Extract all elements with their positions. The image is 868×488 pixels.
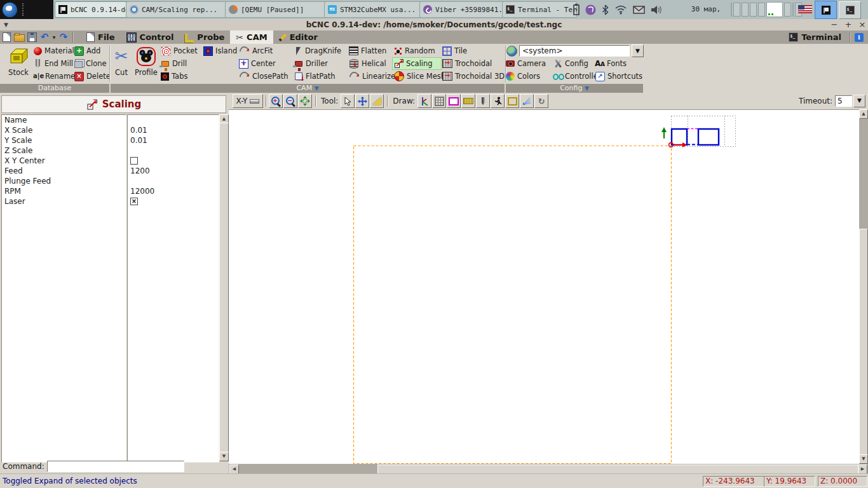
ribbon-helical-button[interactable]: Helical — [347, 57, 397, 70]
list-item[interactable]: RPM — [2, 186, 126, 196]
group-label-cam[interactable]: CAM ▼ — [111, 84, 505, 93]
select-tool-button[interactable] — [341, 94, 355, 108]
ribbon-profile-button[interactable]: Profile — [132, 45, 160, 77]
ribbon-tabs-button[interactable]: Tabs — [159, 70, 199, 83]
tab-editor[interactable]: Editor — [273, 30, 323, 44]
toggle-grid-button[interactable] — [432, 94, 446, 108]
taskbar-task-browser[interactable]: CAM/Scaling rep... — [126, 1, 230, 18]
ribbon-slicemesh-button[interactable]: Slice Mesh — [392, 70, 447, 83]
taskbar-task-stm32[interactable]: MX STM32CubeMX usa... — [324, 1, 424, 18]
toggle-workarea-button[interactable] — [505, 94, 519, 108]
ribbon-trochoidal-button[interactable]: Trochoidal — [440, 57, 506, 70]
combobox-dropdown-button[interactable]: ▼ — [632, 44, 644, 57]
ribbon-trochoidal3d-button[interactable]: Trochoidal 3D — [440, 70, 506, 83]
ribbon-pocket-button[interactable]: Pocket — [159, 44, 199, 57]
ribbon-add-button[interactable]: Add — [72, 44, 112, 57]
toggle-paths-button[interactable] — [520, 94, 534, 108]
list-item[interactable]: Feed — [2, 166, 126, 176]
timeout-input[interactable]: 5 — [835, 95, 852, 107]
wifi-icon[interactable] — [614, 5, 627, 15]
taskbar-task-qemu[interactable]: [QEMU [Paused]] — [225, 1, 329, 18]
list-item[interactable]: Plunge Feed — [2, 176, 126, 186]
battery-icon[interactable] — [573, 4, 580, 15]
pager-workspace[interactable] — [742, 3, 749, 17]
toggle-ruler-button[interactable] — [461, 94, 475, 108]
system-language-combobox[interactable]: <system> — [519, 45, 630, 57]
list-item[interactable]: Y Scale — [2, 135, 126, 146]
zoom-in-button[interactable] — [269, 94, 283, 108]
ribbon-camera-button[interactable]: Camera — [504, 57, 547, 70]
list-item[interactable]: Name — [2, 115, 126, 125]
ribbon-dragknife-button[interactable]: DragKnife — [292, 44, 342, 57]
laser-checkbox[interactable]: × — [130, 198, 138, 205]
value-cell[interactable] — [128, 146, 219, 156]
start-menu-button[interactable] — [0, 0, 53, 19]
maximize-button[interactable]: + — [843, 20, 854, 30]
ribbon-material-button[interactable]: Material — [32, 44, 76, 57]
canvas-vertical-scrollbar[interactable]: ▲ ▼ — [859, 109, 868, 464]
ribbon-fonts-button[interactable]: Fonts — [593, 57, 644, 70]
new-file-button[interactable] — [0, 31, 13, 43]
close-button[interactable]: × — [857, 20, 868, 30]
save-file-button[interactable] — [25, 31, 38, 43]
tab-cam[interactable]: ✂ CAM — [230, 30, 273, 44]
panel-scrollbar[interactable]: ▲ ▼ — [219, 114, 227, 461]
ribbon-linearize-button[interactable]: Linearize — [347, 70, 397, 83]
minimize-button[interactable]: − — [829, 20, 840, 30]
ribbon-drill-button[interactable]: Drill — [159, 57, 199, 70]
scroll-up-icon[interactable]: ▲ — [859, 109, 868, 119]
ribbon-center-button[interactable]: Center — [237, 57, 290, 70]
launcher-bcnc-button[interactable] — [815, 1, 837, 19]
move-tool-button[interactable] — [355, 94, 369, 108]
ribbon-shortcuts-button[interactable]: Shortcuts — [593, 70, 644, 83]
pager-workspace-active[interactable] — [766, 2, 783, 17]
canvas-horizontal-scrollbar[interactable]: ◀ ▶ — [229, 464, 868, 474]
volume-icon[interactable] — [651, 5, 663, 15]
pager-workspace[interactable] — [750, 3, 757, 17]
undo-button[interactable]: ↶ — [38, 31, 51, 43]
value-cell[interactable] — [128, 115, 219, 125]
ribbon-arcfit-button[interactable]: ArcFit — [237, 44, 290, 57]
refresh-button[interactable]: ↻ — [534, 94, 548, 108]
ribbon-endmill-button[interactable]: End Mill — [32, 57, 76, 70]
list-item[interactable]: Laser — [2, 196, 126, 207]
redo-button[interactable]: ↷ — [57, 31, 70, 43]
zoom-fit-button[interactable] — [298, 94, 312, 108]
toggle-moves-button[interactable] — [491, 94, 505, 108]
ribbon-scaling-button[interactable]: Scaling — [392, 57, 442, 70]
command-input[interactable] — [47, 461, 184, 472]
timeout-dropdown-button[interactable]: ▼ — [853, 95, 865, 107]
group-label-config[interactable]: Config ▼ — [506, 84, 643, 93]
taskbar-task-bcnc[interactable]: bCNC 0.9.14-dev... — [55, 1, 131, 18]
pager-workspace[interactable] — [758, 3, 765, 17]
scroll-down-icon[interactable]: ▼ — [859, 454, 868, 464]
mail-icon[interactable] — [633, 6, 645, 14]
toggle-margins-button[interactable] — [447, 94, 461, 108]
tab-terminal[interactable]: Terminal — [783, 30, 847, 44]
taskbar-task-terminal[interactable]: Terminal - Term... — [502, 1, 577, 18]
ruler-tool-button[interactable] — [370, 94, 384, 108]
value-cell[interactable]: 12000 — [128, 186, 219, 196]
ribbon-colors-button[interactable]: Colors — [504, 70, 547, 83]
ribbon-tile-button[interactable]: Tile — [440, 44, 506, 57]
ribbon-driller-button[interactable]: Driller — [292, 57, 342, 70]
ribbon-delete-button[interactable]: Delete — [72, 70, 112, 83]
list-item[interactable]: X Y Center — [2, 156, 126, 166]
value-cell[interactable]: 0.01 — [128, 125, 219, 135]
zoom-out-button[interactable] — [283, 94, 297, 108]
ribbon-clone-button[interactable]: Clone — [72, 57, 112, 70]
ribbon-random-button[interactable]: Random — [392, 44, 447, 57]
scrollbar-thumb[interactable] — [859, 229, 868, 456]
keyboard-layout-flag-icon[interactable] — [798, 5, 812, 13]
xy-center-checkbox[interactable] — [130, 157, 138, 165]
pager-workspace[interactable] — [784, 3, 791, 17]
ribbon-island-button[interactable]: Island — [201, 44, 238, 57]
ribbon-closepath-button[interactable]: ClosePath — [237, 70, 290, 83]
tab-probe[interactable]: Probe — [179, 30, 230, 44]
value-cell[interactable]: 1200 — [128, 166, 219, 176]
tab-file[interactable]: File — [81, 30, 121, 44]
list-item[interactable]: X Scale — [2, 125, 126, 135]
viber-tray-icon[interactable] — [585, 4, 596, 15]
pager-workspace[interactable] — [733, 3, 740, 17]
open-file-button[interactable] — [13, 31, 25, 43]
